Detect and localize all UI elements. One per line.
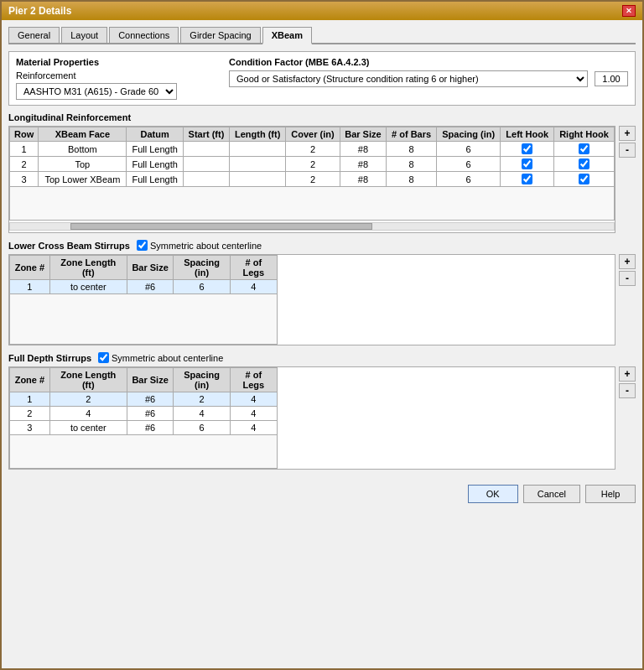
table-row: 2 4 #6 4 4	[10, 407, 278, 421]
cell-spacing: 6	[436, 142, 501, 157]
cell-right-hook	[553, 172, 614, 187]
cell-spacing: 6	[436, 172, 501, 187]
cell-cover: 2	[286, 157, 340, 172]
lower-stirrups-scroll: Zone # Zone Length (ft) Bar Size Spacing…	[8, 254, 615, 345]
longitudinal-section: Longitudinal Reinforcement Row XBeam Fac…	[8, 112, 636, 233]
cell-face: Top	[39, 157, 127, 172]
reinforcement-label: Reinforcement	[16, 70, 216, 81]
cell-bar: #8	[340, 172, 387, 187]
lower-stirrups-section: Lower Cross Beam Stirrups Symmetric abou…	[8, 240, 636, 345]
window-title: Pier 2 Details	[8, 5, 71, 17]
cancel-button[interactable]: Cancel	[523, 485, 580, 503]
right-hook-check[interactable]	[579, 143, 589, 154]
full-depth-label: Full Depth Stirrups	[8, 353, 91, 363]
col-zone-length: Zone Length (ft)	[49, 256, 127, 280]
right-hook-check[interactable]	[579, 174, 589, 184]
col-zone-length: Zone Length (ft)	[49, 368, 127, 392]
help-button[interactable]: Help	[585, 485, 636, 503]
tab-xbeam[interactable]: XBeam	[262, 27, 312, 44]
table-row: 1 to center #6 6 4	[10, 280, 278, 294]
condition-label: Condition Factor (MBE 6A.4.2.3)	[229, 57, 628, 67]
cell-start	[183, 142, 229, 157]
full-depth-symmetric-checkbox[interactable]	[98, 352, 109, 363]
material-section: Material Properties Reinforcement AASHTO…	[16, 57, 216, 100]
long-add-button[interactable]: +	[619, 126, 636, 141]
ok-button[interactable]: OK	[468, 485, 518, 503]
lower-symmetric-label: Symmetric about centerline	[150, 241, 262, 251]
lower-stirrups-label: Lower Cross Beam Stirrups	[8, 241, 130, 251]
h-scrollbar[interactable]	[9, 222, 615, 231]
cell-legs: 4	[230, 392, 277, 407]
lower-stirrups-table-container: Zone # Zone Length (ft) Bar Size Spacing…	[8, 254, 636, 345]
top-section: Material Properties Reinforcement AASHTO…	[8, 51, 636, 106]
cell-zone-length: to center	[49, 280, 127, 294]
cell-datum: Full Length	[127, 157, 183, 172]
cell-start	[183, 172, 229, 187]
cell-bar: #6	[127, 421, 174, 435]
condition-section: Condition Factor (MBE 6A.4.2.3) Good or …	[229, 57, 628, 100]
col-bar-size: Bar Size	[127, 256, 174, 280]
tab-connections[interactable]: Connections	[109, 27, 179, 43]
cell-legs: 4	[230, 280, 277, 294]
tab-bar: General Layout Connections Girder Spacin…	[8, 27, 636, 44]
lower-symmetric-checkbox[interactable]	[137, 240, 148, 251]
full-depth-add-button[interactable]: +	[619, 366, 636, 382]
tab-general[interactable]: General	[8, 27, 60, 43]
cell-zone-length: 4	[49, 407, 127, 421]
cell-legs: 4	[230, 407, 277, 421]
longitudinal-scroll[interactable]: Row XBeam Face Datum Start (ft) Length (…	[8, 126, 615, 233]
cell-zone: 3	[10, 421, 50, 435]
left-hook-check[interactable]	[522, 143, 532, 154]
col-row: Row	[10, 127, 39, 142]
col-left-hook: Left Hook	[501, 127, 554, 142]
cell-spacing: 6	[436, 157, 501, 172]
table-row: 3 to center #6 6 4	[10, 421, 278, 435]
table-row: 3 Top Lower XBeam Full Length 2 #8 8 6	[10, 172, 615, 187]
cell-row: 3	[10, 172, 39, 187]
col-legs: # of Legs	[230, 368, 277, 392]
col-legs: # of Legs	[230, 256, 277, 280]
cell-right-hook	[553, 142, 614, 157]
tab-girder-spacing[interactable]: Girder Spacing	[180, 27, 260, 43]
cell-start	[183, 157, 229, 172]
full-depth-table: Zone # Zone Length (ft) Bar Size Spacing…	[9, 367, 278, 469]
col-right-hook: Right Hook	[553, 127, 614, 142]
full-depth-symmetric-label: Symmetric about centerline	[112, 353, 223, 363]
left-hook-check[interactable]	[522, 174, 532, 184]
right-hook-check[interactable]	[579, 158, 589, 169]
reinforcement-select[interactable]: AASHTO M31 (A615) - Grade 60	[16, 83, 177, 100]
cell-cover: 2	[286, 172, 340, 187]
col-cover: Cover (in)	[286, 127, 340, 142]
full-depth-remove-button[interactable]: -	[619, 383, 636, 398]
cell-face: Bottom	[39, 142, 127, 157]
full-depth-table-container: Zone # Zone Length (ft) Bar Size Spacing…	[8, 366, 636, 470]
lower-symmetric-check: Symmetric about centerline	[137, 240, 262, 251]
cell-legs: 4	[230, 421, 277, 435]
cell-datum: Full Length	[127, 172, 183, 187]
lower-remove-button[interactable]: -	[619, 271, 636, 286]
tab-layout[interactable]: Layout	[61, 27, 107, 43]
title-bar: Pier 2 Details ✕	[2, 2, 642, 20]
cell-spacing: 6	[174, 421, 230, 435]
cell-bar: #6	[127, 407, 174, 421]
cell-length	[229, 142, 285, 157]
cell-zone-length: to center	[49, 421, 127, 435]
lower-add-button[interactable]: +	[619, 254, 636, 269]
table-row: 2 Top Full Length 2 #8 8 6	[10, 157, 615, 172]
full-depth-section: Full Depth Stirrups Symmetric about cent…	[8, 352, 636, 470]
table-row: 1 Bottom Full Length 2 #8 8 6	[10, 142, 615, 157]
lower-stirrups-table: Zone # Zone Length (ft) Bar Size Spacing…	[9, 255, 278, 345]
cell-bar: #6	[127, 392, 174, 407]
col-xbeam-face: XBeam Face	[39, 127, 127, 142]
cell-length	[229, 157, 285, 172]
long-remove-button[interactable]: -	[619, 143, 636, 158]
footer: OK Cancel Help	[2, 480, 642, 508]
longitudinal-table: Row XBeam Face Datum Start (ft) Length (…	[9, 127, 615, 221]
col-spacing: Spacing (in)	[436, 127, 501, 142]
col-spacing: Spacing (in)	[174, 368, 230, 392]
close-button[interactable]: ✕	[622, 5, 636, 17]
cell-spacing: 2	[174, 392, 230, 407]
left-hook-check[interactable]	[522, 158, 532, 169]
condition-select[interactable]: Good or Satisfactory (Structure conditio…	[229, 70, 588, 87]
longitudinal-label: Longitudinal Reinforcement	[8, 112, 636, 122]
